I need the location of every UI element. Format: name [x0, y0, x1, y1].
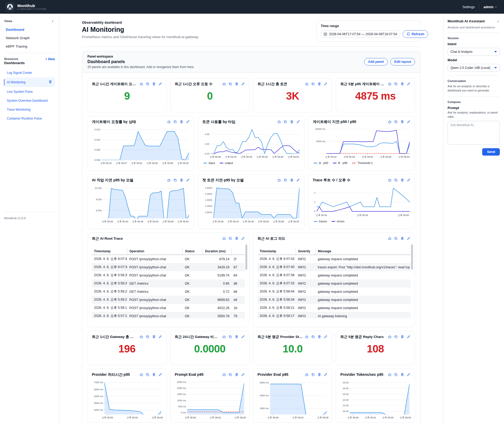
ai-bot-icon[interactable] — [167, 120, 171, 125]
delete-icon[interactable] — [290, 120, 294, 125]
ai-bot-icon[interactable] — [388, 237, 392, 242]
ai-bot-icon[interactable] — [305, 373, 309, 378]
table-column-header[interactable]: Message — [316, 248, 411, 255]
edit-icon[interactable] — [324, 82, 328, 87]
edit-icon[interactable] — [324, 373, 328, 378]
table-column-header[interactable]: Operation — [127, 248, 183, 255]
ai-bot-icon[interactable] — [222, 237, 226, 242]
delete-icon[interactable] — [400, 237, 404, 242]
scrollbar[interactable] — [245, 244, 247, 270]
ai-bot-icon[interactable] — [139, 373, 143, 378]
duplicate-icon[interactable] — [394, 237, 398, 242]
edit-icon[interactable] — [407, 82, 411, 87]
delete-icon[interactable] — [235, 82, 239, 87]
sidebar-dashboard-item[interactable]: Log Signal Center — [4, 69, 55, 77]
delete-icon[interactable] — [400, 335, 404, 340]
duplicate-icon[interactable] — [228, 335, 232, 340]
ai-bot-icon[interactable] — [388, 178, 392, 183]
edit-icon[interactable] — [158, 335, 162, 340]
duplicate-icon[interactable] — [394, 82, 398, 87]
delete-dashboard-icon[interactable] — [48, 80, 52, 85]
edit-icon[interactable] — [407, 237, 411, 242]
duplicate-icon[interactable] — [146, 82, 150, 87]
delete-icon[interactable] — [317, 335, 321, 340]
table-column-header[interactable] — [232, 248, 245, 255]
duplicate-icon[interactable] — [311, 373, 315, 378]
ai-bot-icon[interactable] — [139, 335, 143, 340]
duplicate-icon[interactable] — [394, 178, 398, 183]
delete-icon[interactable] — [152, 335, 156, 340]
duplicate-icon[interactable] — [146, 373, 150, 378]
ai-bot-icon[interactable] — [388, 335, 392, 340]
edit-icon[interactable] — [296, 178, 300, 183]
sidebar-dashboard-item[interactable]: System Overview Dashboard — [4, 96, 55, 105]
scrollbar[interactable] — [411, 244, 413, 270]
table-column-header[interactable]: Timestamp — [92, 248, 127, 255]
edit-icon[interactable] — [407, 335, 411, 340]
duplicate-icon[interactable] — [394, 120, 398, 125]
sidebar-view-network-graph[interactable]: Network Graph — [6, 36, 55, 40]
user-menu[interactable]: admin — [484, 5, 497, 9]
sidebar-dashboard-item[interactable]: Trace Monitoring — [4, 105, 55, 114]
model-select[interactable]: Qwen 2.5 Coder 14B (Local) — [448, 64, 500, 72]
sidebar-dashboard-item[interactable]: Container Runtime Pulse — [4, 114, 55, 123]
delete-icon[interactable] — [235, 335, 239, 340]
edit-icon[interactable] — [407, 120, 411, 125]
sidebar-view-dashboard[interactable]: Dashboard — [6, 28, 55, 32]
ai-bot-icon[interactable] — [222, 373, 226, 378]
duplicate-icon[interactable] — [228, 237, 232, 242]
edit-icon[interactable] — [158, 373, 162, 378]
table-column-header[interactable]: Status — [183, 248, 203, 255]
delete-icon[interactable] — [317, 82, 321, 87]
edit-icon[interactable] — [186, 120, 190, 125]
ai-bot-icon[interactable] — [388, 373, 392, 378]
delete-icon[interactable] — [400, 82, 404, 87]
ai-bot-icon[interactable] — [277, 120, 281, 125]
edit-icon[interactable] — [296, 120, 300, 125]
edit-icon[interactable] — [407, 178, 411, 183]
sidebar-view-ebpf-tracing[interactable]: eBPF Tracing — [6, 44, 55, 48]
duplicate-icon[interactable] — [311, 82, 315, 87]
delete-icon[interactable] — [235, 373, 239, 378]
edit-icon[interactable] — [324, 335, 328, 340]
chevron-right-icon[interactable]: › — [496, 18, 500, 24]
ai-bot-icon[interactable] — [167, 178, 171, 183]
refresh-button[interactable]: Refresh — [403, 30, 428, 38]
edit-icon[interactable] — [241, 82, 245, 87]
ai-bot-icon[interactable] — [305, 335, 309, 340]
sidebar-dashboard-item[interactable]: Live System Pulse — [4, 88, 55, 96]
duplicate-icon[interactable] — [311, 335, 315, 340]
edit-icon[interactable] — [407, 373, 411, 378]
delete-icon[interactable] — [290, 178, 294, 183]
sidebar-collapse-icon[interactable]: ‹ — [50, 18, 55, 23]
duplicate-icon[interactable] — [394, 373, 398, 378]
edit-icon[interactable] — [186, 178, 190, 183]
ai-bot-icon[interactable] — [277, 178, 281, 183]
table-column-header[interactable]: Duration (ms) — [203, 248, 232, 255]
time-range-input[interactable]: 2026-04-06T17:07:54 — 2026-04-06T18:07:5… — [321, 30, 400, 38]
edit-icon[interactable] — [241, 237, 245, 242]
delete-icon[interactable] — [180, 178, 183, 183]
delete-icon[interactable] — [400, 373, 404, 378]
duplicate-icon[interactable] — [284, 120, 287, 125]
new-dashboard-button[interactable]: + New — [45, 57, 55, 61]
edit-icon[interactable] — [241, 373, 245, 378]
duplicate-icon[interactable] — [394, 335, 398, 340]
table-column-header[interactable]: Severity — [296, 248, 316, 255]
sidebar-dashboard-item[interactable]: AI Monitoring — [4, 78, 55, 87]
delete-icon[interactable] — [152, 373, 156, 378]
delete-icon[interactable] — [180, 120, 183, 125]
delete-icon[interactable] — [235, 237, 239, 242]
delete-icon[interactable] — [317, 373, 321, 378]
add-panel-button[interactable]: Add panel — [364, 58, 388, 65]
delete-icon[interactable] — [152, 82, 156, 87]
duplicate-icon[interactable] — [228, 373, 232, 378]
edit-layout-button[interactable]: Edit layout — [390, 58, 415, 65]
delete-icon[interactable] — [400, 120, 404, 125]
ai-bot-icon[interactable] — [388, 82, 392, 87]
ai-bot-icon[interactable] — [305, 82, 309, 87]
intent-select[interactable]: Chat & Analysis — [448, 48, 500, 56]
settings-link[interactable]: Settings — [463, 5, 475, 9]
prompt-input[interactable] — [448, 121, 500, 145]
ai-bot-icon[interactable] — [139, 82, 143, 87]
